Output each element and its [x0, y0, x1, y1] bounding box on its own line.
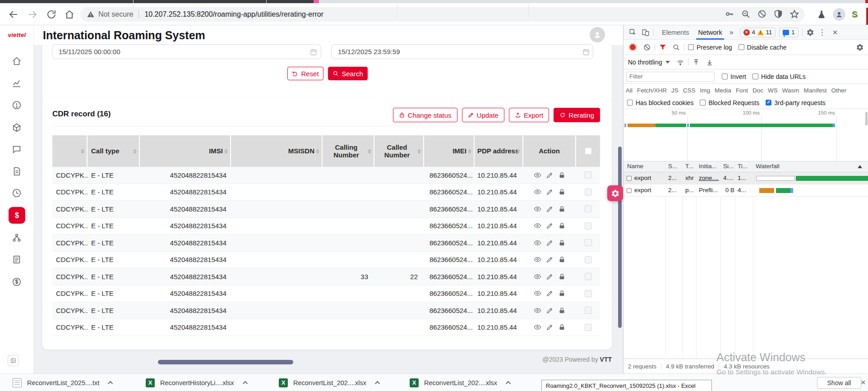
change-status-button[interactable]: Change status: [393, 108, 457, 122]
table-row[interactable]: CDCYPK... E - LTE 452048822815434 862366…: [52, 167, 600, 184]
edit-icon[interactable]: [546, 205, 554, 213]
chevron-up-icon[interactable]: [506, 381, 511, 386]
view-icon[interactable]: [534, 239, 541, 247]
downloads-close-icon[interactable]: ×: [861, 378, 866, 387]
col-select[interactable]: [576, 135, 600, 167]
filter-chip[interactable]: Img: [698, 86, 713, 95]
export-har-icon[interactable]: [706, 58, 714, 66]
request-checkbox[interactable]: [627, 176, 632, 181]
table-row[interactable]: CDCYPK... E - LTE 452048822815434 862366…: [52, 302, 600, 319]
col-pdp-address[interactable]: PDP address: [475, 135, 523, 167]
request-name[interactable]: export: [634, 187, 651, 193]
tab-elements[interactable]: Elements: [657, 25, 693, 40]
sidebar-collapse-button[interactable]: [8, 355, 19, 366]
row-checkbox[interactable]: [585, 239, 592, 246]
view-icon[interactable]: [534, 205, 541, 213]
zoom-out-icon[interactable]: [741, 9, 751, 19]
cell-select[interactable]: [576, 218, 600, 235]
row-checkbox[interactable]: [585, 324, 592, 331]
col-called-number[interactable]: Called Number: [374, 135, 424, 167]
search-network-icon[interactable]: [672, 43, 680, 51]
preserve-log-checkbox[interactable]: [688, 44, 694, 50]
network-conditions-wifi-icon[interactable]: [676, 58, 684, 66]
sidebar-history-icon[interactable]: [12, 188, 22, 198]
cell-select[interactable]: [576, 268, 600, 285]
sidebar-report-icon[interactable]: [12, 254, 22, 264]
third-party-checkbox[interactable]: [766, 100, 771, 106]
lock-icon[interactable]: [558, 256, 566, 263]
back-icon[interactable]: [8, 9, 19, 20]
sort-icon[interactable]: [224, 149, 228, 154]
col-imsi[interactable]: IMSI: [140, 135, 231, 167]
cell-select[interactable]: [576, 167, 600, 184]
calendar-icon[interactable]: [582, 48, 590, 56]
lock-icon[interactable]: [558, 222, 566, 230]
chevron-down-icon[interactable]: [665, 61, 670, 64]
address-bar[interactable]: Not secure 10.207.252.135:8200/roaming-a…: [80, 7, 805, 22]
filter-chip[interactable]: Wasm: [780, 86, 802, 95]
download-item[interactable]: xlsx ReconvertList_202....xlsx: [266, 374, 380, 391]
sort-icon[interactable]: [316, 149, 319, 154]
view-icon[interactable]: [534, 188, 541, 196]
table-row[interactable]: CDCYPK... E - LTE 452048822815434 862366…: [52, 252, 600, 269]
lock-icon[interactable]: [558, 307, 566, 314]
error-warning-badge[interactable]: × 4 11: [740, 28, 776, 37]
col-call-type[interactable]: Call type: [88, 135, 140, 167]
cell-select[interactable]: [576, 184, 600, 201]
row-checkbox[interactable]: [585, 171, 592, 179]
user-avatar[interactable]: [590, 27, 605, 42]
col-initiator[interactable]: Initia...: [699, 163, 717, 170]
filter-chip[interactable]: All: [623, 86, 635, 95]
request-name[interactable]: export: [634, 175, 651, 181]
filter-chip[interactable]: Manifest: [801, 86, 829, 95]
record-icon[interactable]: [630, 44, 636, 50]
view-icon[interactable]: [534, 323, 541, 331]
lock-icon[interactable]: [558, 188, 566, 196]
sort-ascending-icon[interactable]: [858, 165, 862, 168]
favorite-star-icon[interactable]: [790, 9, 799, 19]
sidebar-document-icon[interactable]: [12, 166, 22, 176]
devtools-settings-icon[interactable]: [806, 28, 814, 37]
edit-icon[interactable]: [546, 307, 554, 314]
disable-cache-checkbox[interactable]: [739, 44, 744, 50]
network-request-row[interactable]: export 2... p... Prefli... 0 B 4...: [623, 184, 868, 197]
col-msisdn[interactable]: MSISDN: [231, 135, 323, 167]
sidebar-alert-icon[interactable]: [12, 100, 22, 110]
col-id[interactable]: [52, 135, 88, 167]
devtools-close-icon[interactable]: ×: [830, 28, 840, 37]
date-from-input[interactable]: [52, 44, 321, 59]
rerating-button[interactable]: Rerating: [554, 108, 600, 122]
row-checkbox[interactable]: [585, 205, 592, 212]
edit-icon[interactable]: [546, 222, 554, 230]
edit-icon[interactable]: [546, 290, 554, 297]
export-button[interactable]: Export: [509, 108, 549, 122]
col-waterfall[interactable]: Waterfall: [756, 163, 780, 170]
reset-button[interactable]: Reset: [287, 67, 323, 80]
browser-profile-avatar[interactable]: [833, 8, 845, 21]
cell-select[interactable]: [576, 302, 600, 319]
edit-icon[interactable]: [546, 256, 554, 263]
sidebar-finance-icon[interactable]: [12, 277, 22, 287]
cell-select[interactable]: [576, 201, 600, 217]
sidebar-chart-icon[interactable]: [12, 78, 22, 88]
issues-badge[interactable]: 1: [779, 28, 798, 37]
search-button[interactable]: Search: [328, 67, 368, 80]
row-checkbox[interactable]: [585, 256, 592, 263]
device-toolbar-icon[interactable]: [642, 28, 650, 37]
clear-icon[interactable]: [643, 43, 651, 51]
row-checkbox[interactable]: [585, 307, 592, 314]
not-secure-warning-icon[interactable]: [87, 10, 95, 18]
filter-chip[interactable]: Other: [829, 86, 849, 95]
inspect-element-icon[interactable]: [629, 28, 637, 37]
col-time[interactable]: Ti...: [738, 163, 748, 170]
table-row[interactable]: CDCYPK... E - LTE 452048822815434 862366…: [52, 184, 600, 201]
lock-icon[interactable]: [558, 273, 566, 281]
col-type[interactable]: T...: [685, 163, 693, 170]
col-imei[interactable]: IMEI: [424, 135, 475, 167]
sidebar-package-icon[interactable]: [12, 123, 22, 133]
throttling-select[interactable]: No throttling: [628, 59, 662, 66]
chevron-up-icon[interactable]: [375, 381, 380, 386]
row-checkbox[interactable]: [585, 273, 592, 280]
devtools-menu-icon[interactable]: ⋮: [814, 28, 830, 37]
extension-flask-icon[interactable]: [817, 9, 826, 19]
